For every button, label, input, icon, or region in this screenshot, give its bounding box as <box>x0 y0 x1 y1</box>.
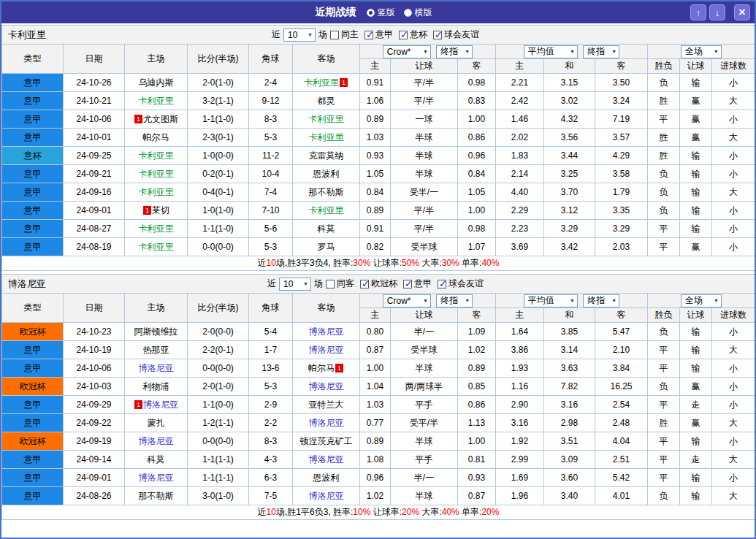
checkbox-icon[interactable] <box>364 31 373 39</box>
away-team-cell: 博洛尼亚 <box>293 451 360 469</box>
team-link[interactable]: 卡利亚里 <box>139 187 174 197</box>
team-link[interactable]: 卡利亚里 <box>139 223 174 234</box>
away-team-cell: 卡利亚里 <box>293 110 360 129</box>
avg-away-cell: 3.29 <box>595 220 648 238</box>
move-up-button[interactable]: ↑ <box>690 4 706 20</box>
odds-kind-select[interactable]: 终指▼ <box>436 45 473 58</box>
score-cell: 1-1(0-0) <box>188 396 249 414</box>
checkbox-icon[interactable] <box>403 280 412 288</box>
avg-kind-select[interactable]: 终指▼ <box>583 45 619 58</box>
team-link[interactable]: 博洛尼亚 <box>143 400 178 410</box>
date-cell: 24-08-27 <box>64 220 125 238</box>
team-link[interactable]: 卡利亚里 <box>139 242 174 252</box>
odds-source-select[interactable]: Crow*▼ <box>383 45 431 58</box>
scope-select[interactable]: 全场▼ <box>681 45 722 58</box>
corner-cell: 7-5 <box>249 487 293 505</box>
goals-result-cell: 大 <box>712 183 755 202</box>
filter-checkbox[interactable]: 意杯 <box>399 28 427 41</box>
radio-icon[interactable] <box>404 9 412 17</box>
corner-cell: 7-4 <box>249 183 293 202</box>
filter-checkbox[interactable]: 球会友谊 <box>433 28 479 41</box>
team-link[interactable]: 卡利亚里 <box>139 150 174 161</box>
radio-horizontal-layout[interactable]: 横版 <box>404 7 432 19</box>
filter-checkbox[interactable]: 同主 <box>330 28 359 41</box>
filter-checkbox[interactable]: 欧冠杯 <box>360 278 397 290</box>
checkbox-label: 球会友谊 <box>444 28 479 41</box>
team-link[interactable]: 博洛尼亚 <box>139 473 174 483</box>
score-cell: 3-0(1-0) <box>188 487 249 505</box>
radio-icon[interactable] <box>367 9 375 17</box>
team-link[interactable]: 博洛尼亚 <box>309 454 344 465</box>
outcome-cell: 负 <box>648 183 680 202</box>
close-button[interactable]: × <box>734 4 750 20</box>
team-link[interactable]: 博洛尼亚 <box>139 363 174 373</box>
match-count-select[interactable]: 10▼ <box>283 28 316 42</box>
odds-home-cell: 0.89 <box>360 202 391 220</box>
move-down-button[interactable]: ↓ <box>709 4 725 20</box>
home-team-cell: 科莫 <box>125 451 188 469</box>
filter-checkboxes: 同主意甲意杯球会友谊 <box>330 28 485 41</box>
summary-segment: 单率: <box>459 507 482 517</box>
avg-source-select[interactable]: 平均值▼ <box>524 45 578 58</box>
odds-away-cell: 1.02 <box>458 341 496 359</box>
team-link[interactable]: 卡利亚里 <box>309 114 344 124</box>
panel-title: 近期战绩 <box>316 6 356 19</box>
team-link: 恩波利 <box>313 169 340 179</box>
team-link[interactable]: 博洛尼亚 <box>309 326 344 337</box>
team-link: 罗马 <box>318 242 335 252</box>
team-link: 都灵 <box>318 96 335 106</box>
odds-home-cell: 1.04 <box>360 378 391 396</box>
team-link[interactable]: 卡利亚里 <box>139 169 174 179</box>
odds-source-select[interactable]: Crow*▼ <box>383 294 431 307</box>
checkbox-icon[interactable] <box>326 280 335 288</box>
red-card-badge: 1 <box>340 78 348 87</box>
goals-result-cell: 大 <box>712 129 755 147</box>
team-link[interactable]: 博洛尼亚 <box>309 381 344 391</box>
team-link[interactable]: 卡利亚里 <box>139 96 174 106</box>
filter-checkbox[interactable]: 意甲 <box>403 278 432 290</box>
checkbox-icon[interactable] <box>433 31 442 39</box>
summary-segment: 近 <box>258 258 267 268</box>
odds-handicap-cell: 受半球 <box>391 341 458 359</box>
avg-away-cell: 3.58 <box>595 165 648 183</box>
summary-segment: 近 <box>258 507 267 517</box>
team-link[interactable]: 卡利亚里 <box>309 205 344 215</box>
red-card-badge: 1 <box>335 364 343 372</box>
team-link[interactable]: 博洛尼亚 <box>309 491 344 501</box>
avg-home-cell: 2.90 <box>496 396 544 414</box>
team-link[interactable]: 博洛尼亚 <box>309 418 344 428</box>
odds-away-cell: 0.83 <box>458 92 496 110</box>
radio-vertical-layout[interactable]: 竖版 <box>367 7 395 19</box>
subcol-handicap-result: 让球 <box>680 59 712 74</box>
filter-checkbox[interactable]: 球会友谊 <box>438 278 484 290</box>
avg-away-cell: 3.84 <box>595 359 648 378</box>
match-row: 意甲24-10-21卡利亚里3-2(1-1)9-12都灵1.06平/半0.832… <box>2 92 755 110</box>
checkbox-icon[interactable] <box>360 280 369 288</box>
team-name: 博洛尼亚 <box>8 278 46 291</box>
match-count-select[interactable]: 10▼ <box>279 278 311 291</box>
filter-checkbox[interactable]: 同客 <box>326 278 354 290</box>
checkbox-icon[interactable] <box>438 280 446 288</box>
checkbox-icon[interactable] <box>330 31 339 39</box>
odds-away-cell: 1.09 <box>458 323 496 341</box>
avg-away-cell: 3.24 <box>595 92 648 110</box>
avg-source-select[interactable]: 平均值▼ <box>524 294 578 307</box>
col-corner: 角球 <box>249 45 293 74</box>
team-link[interactable]: 博洛尼亚 <box>139 436 174 446</box>
scope-select[interactable]: 全场▼ <box>681 294 722 307</box>
corner-cell: 5-3 <box>249 129 293 147</box>
team-link[interactable]: 卡利亚里 <box>304 77 339 88</box>
outcome-cell: 负 <box>648 74 680 92</box>
team-link: 克雷莫纳 <box>309 150 344 161</box>
odds-kind-select[interactable]: 终指▼ <box>436 294 473 307</box>
home-team-cell: 卡利亚里 <box>125 238 188 256</box>
team-link[interactable]: 卡利亚里 <box>309 132 344 142</box>
summary-segment: 单率: <box>459 258 482 268</box>
team-link: 那不勒斯 <box>139 491 174 501</box>
filter-checkbox[interactable]: 意甲 <box>364 28 393 41</box>
checkbox-icon[interactable] <box>399 31 408 39</box>
avg-kind-select[interactable]: 终指▼ <box>583 294 619 307</box>
avg-draw-cell: 3.44 <box>544 147 595 165</box>
team-link[interactable]: 博洛尼亚 <box>309 345 344 355</box>
checkbox-label: 意杯 <box>410 28 427 41</box>
